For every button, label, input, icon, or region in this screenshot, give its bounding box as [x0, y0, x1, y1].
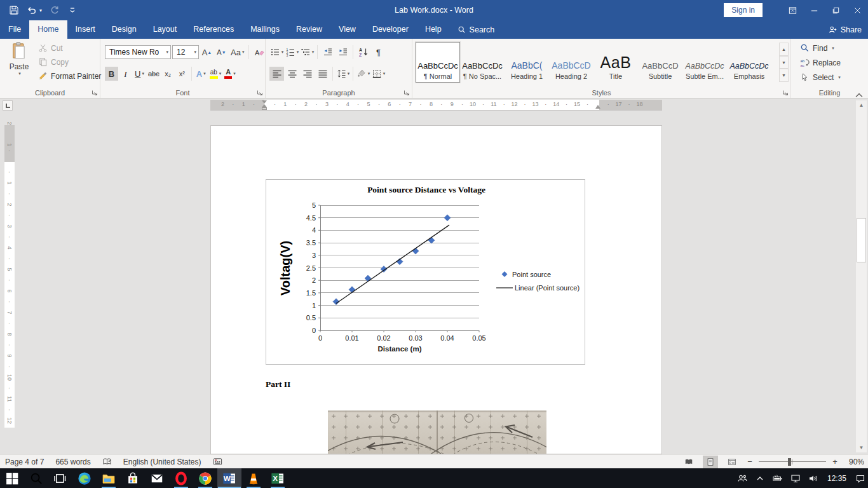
- tab-insert[interactable]: Insert: [67, 20, 104, 39]
- undo-dropdown-icon[interactable]: ▾: [39, 8, 42, 13]
- style-title[interactable]: AaBTitle: [593, 42, 638, 83]
- taskbar-search-button[interactable]: [24, 468, 48, 488]
- replace-button[interactable]: abacReplace: [800, 58, 841, 67]
- restore-button[interactable]: [825, 0, 846, 20]
- style-subtitle[interactable]: AaBbCcDSubtitle: [638, 42, 682, 83]
- styles-more-icon[interactable]: ▼: [779, 69, 789, 82]
- cut-button[interactable]: Cut: [38, 43, 101, 53]
- underline-button[interactable]: U▾: [133, 67, 146, 81]
- shrink-font-button[interactable]: A▼: [215, 45, 228, 59]
- action-center-icon[interactable]: [855, 473, 865, 484]
- highlight-button[interactable]: ab▾: [208, 67, 223, 81]
- styles-dialog-launcher-icon[interactable]: [782, 90, 789, 96]
- clock[interactable]: 12:35: [826, 474, 848, 483]
- styles-scroll-up-icon[interactable]: ▲: [779, 43, 789, 56]
- clear-formatting-button[interactable]: A: [252, 45, 266, 59]
- bold-button[interactable]: B: [105, 67, 118, 81]
- zoom-level[interactable]: 90%: [845, 458, 864, 466]
- taskbar-edge-button[interactable]: [72, 468, 97, 488]
- line-spacing-button[interactable]: ▾: [336, 67, 350, 81]
- battery-icon[interactable]: [773, 473, 783, 484]
- style-emphasis[interactable]: AaBbCcDcEmphasis: [727, 42, 771, 83]
- sign-in-button[interactable]: Sign in: [724, 3, 763, 17]
- find-button[interactable]: Find▾: [800, 43, 841, 53]
- macro-record-button[interactable]: [213, 457, 222, 466]
- strikethrough-button[interactable]: abc: [147, 67, 161, 81]
- copy-button[interactable]: Copy: [38, 57, 101, 67]
- document-page[interactable]: 00.511.522.533.544.5500.010.020.030.040.…: [210, 125, 662, 454]
- save-icon[interactable]: [9, 5, 19, 15]
- customize-qat-icon[interactable]: [67, 5, 78, 15]
- font-dialog-launcher-icon[interactable]: [257, 90, 263, 96]
- undo-icon[interactable]: [27, 5, 37, 15]
- field-line-photo-image[interactable]: [328, 410, 546, 454]
- style-heading-2[interactable]: AaBbCcDHeading 2: [549, 42, 593, 83]
- people-icon[interactable]: [737, 473, 747, 484]
- taskbar-start-button[interactable]: [0, 468, 24, 488]
- print-layout-button[interactable]: [703, 456, 718, 468]
- tab-stop-selector[interactable]: [3, 100, 13, 111]
- numbering-button[interactable]: 123▾: [285, 45, 299, 59]
- select-button[interactable]: Select▾: [800, 72, 841, 82]
- first-line-indent-marker[interactable]: [262, 100, 267, 104]
- tab-design[interactable]: Design: [104, 20, 145, 39]
- vertical-scrollbar[interactable]: ▲ ▼: [856, 100, 867, 452]
- tab-review[interactable]: Review: [288, 20, 330, 39]
- taskbar-task-view-button[interactable]: [48, 468, 72, 488]
- paragraph-dialog-launcher-icon[interactable]: [403, 90, 410, 96]
- text-effects-button[interactable]: A▾: [194, 67, 208, 81]
- taskbar-mail-button[interactable]: [145, 468, 169, 488]
- read-mode-button[interactable]: [681, 456, 696, 468]
- scroll-up-icon[interactable]: ▲: [856, 100, 867, 110]
- grow-font-button[interactable]: A▲: [200, 45, 214, 59]
- zoom-out-button[interactable]: −: [746, 457, 754, 466]
- zoom-slider-thumb[interactable]: [788, 458, 791, 466]
- decrease-indent-button[interactable]: [320, 45, 335, 59]
- style-subtle-em-[interactable]: AaBbCcDcSubtle Em...: [682, 42, 727, 83]
- zoom-in-button[interactable]: +: [831, 457, 839, 466]
- taskbar-excel-button[interactable]: X: [266, 468, 290, 488]
- vertical-ruler[interactable]: 21·1·2·3·4·5·6·7·8·9·10·11·12·: [4, 125, 15, 428]
- taskbar-store-button[interactable]: [121, 468, 145, 488]
- show-formatting-button[interactable]: ¶: [371, 45, 386, 59]
- right-indent-marker[interactable]: [595, 105, 600, 109]
- align-right-button[interactable]: [300, 67, 315, 81]
- tab-layout[interactable]: Layout: [145, 20, 186, 39]
- ribbon-display-options-button[interactable]: [782, 0, 803, 20]
- taskbar-vlc-button[interactable]: [241, 468, 266, 488]
- sort-button[interactable]: AZ: [356, 45, 370, 59]
- align-left-button[interactable]: [269, 67, 284, 81]
- paste-dropdown-icon[interactable]: ▾: [18, 71, 21, 76]
- tab-home[interactable]: Home: [29, 20, 67, 39]
- subscript-button[interactable]: x₂: [161, 67, 175, 81]
- search-box[interactable]: Search: [450, 20, 503, 39]
- format-painter-button[interactable]: Format Painter: [38, 71, 101, 81]
- multilevel-list-button[interactable]: ▾: [300, 45, 315, 59]
- tab-mailings[interactable]: Mailings: [242, 20, 288, 39]
- tab-view[interactable]: View: [330, 20, 364, 39]
- font-size-combobox[interactable]: 12▾: [172, 45, 199, 59]
- tab-help[interactable]: Help: [417, 20, 450, 39]
- word-count[interactable]: 665 words: [55, 458, 90, 466]
- close-button[interactable]: [846, 0, 868, 20]
- styles-scroll-down-icon[interactable]: ▼: [779, 56, 789, 69]
- justify-button[interactable]: [315, 67, 330, 81]
- zoom-slider[interactable]: [759, 458, 826, 466]
- clipboard-dialog-launcher-icon[interactable]: [92, 90, 98, 96]
- taskbar-file-explorer-button[interactable]: [97, 468, 121, 488]
- web-layout-button[interactable]: [724, 456, 740, 468]
- align-center-button[interactable]: [285, 67, 299, 81]
- taskbar-chrome-button[interactable]: [193, 468, 217, 488]
- increase-indent-button[interactable]: [336, 45, 350, 59]
- change-case-button[interactable]: Aa▾: [229, 45, 245, 59]
- tab-file[interactable]: File: [0, 20, 29, 39]
- network-icon[interactable]: [790, 473, 801, 484]
- scroll-down-icon[interactable]: ▼: [856, 443, 867, 452]
- taskbar-opera-button[interactable]: [169, 468, 193, 488]
- borders-button[interactable]: ▾: [371, 67, 386, 81]
- minimize-button[interactable]: [803, 0, 825, 20]
- superscript-button[interactable]: x²: [175, 67, 189, 81]
- proofing-status-button[interactable]: [102, 457, 112, 466]
- paste-button[interactable]: Paste ▾: [3, 42, 36, 89]
- style-heading-1[interactable]: AaBbC(Heading 1: [505, 42, 549, 83]
